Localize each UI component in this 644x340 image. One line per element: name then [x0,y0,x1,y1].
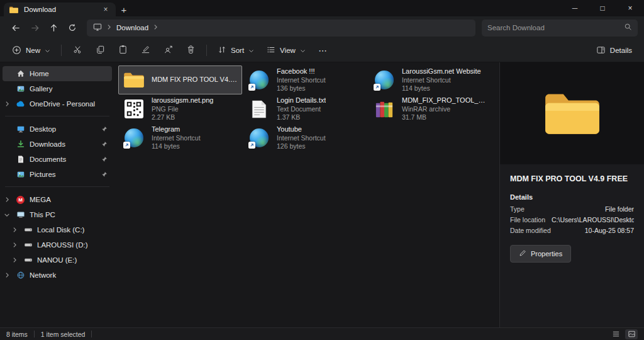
details-toggle-label: Details [610,47,632,54]
item-count: 8 items [6,331,28,338]
chevron-right-icon[interactable] [3,101,11,107]
delete-button[interactable] [180,42,201,59]
chevron-down-icon[interactable] [3,213,11,217]
onedrive-icon [15,101,26,107]
sidebar-item-label: OneDrive - Personal [30,100,112,108]
sidebar-item-this-pc[interactable]: This PC [3,207,112,222]
details-row-value: C:\Users\LAROUSSI\Desktop\... [552,216,634,224]
new-button[interactable]: New [6,42,56,59]
sidebar-item-label: Local Disk (C:) [37,226,112,234]
breadcrumb-item[interactable]: Download [116,24,148,31]
share-icon [164,45,173,56]
sidebar-item-local-disk-c[interactable]: Local Disk (C:) [3,222,112,237]
status-separator [91,331,92,337]
file-size: 114 bytes [402,84,481,93]
toolbar-separator [61,45,62,56]
chevron-right-icon [107,23,111,32]
chevron-right-icon[interactable] [3,196,11,203]
drive-icon [23,256,33,264]
chevron-down-icon [300,47,306,54]
back-button[interactable] [6,19,25,37]
file-tile-mdm-fix-pro-tool-v4-9-7z[interactable]: MDM_FIX_PRO_TOOL_V4.9.7zWinRAR archive31… [369,94,492,123]
rename-icon [141,45,150,56]
properties-button[interactable]: Properties [510,245,571,263]
rename-button[interactable] [135,42,156,59]
thumbnail-view-icon[interactable] [625,329,638,339]
desktop-icon [15,125,26,133]
minimize-button[interactable]: ─ [561,0,589,16]
ellipsis-icon: ⋯ [318,45,328,55]
search-box[interactable] [482,20,638,37]
chevron-right-icon[interactable] [10,227,19,233]
file-tile-youtube[interactable]: YoutubeInternet Shortcut126 bytes [243,123,367,152]
copy-button[interactable] [89,42,111,59]
file-tile-text: YoutubeInternet Shortcut126 bytes [277,125,326,150]
cut-button[interactable] [67,42,88,59]
sidebar-item-laroussi-d[interactable]: LAROUSSI (D:) [3,237,112,252]
chevron-down-icon [45,47,50,54]
share-button[interactable] [157,42,179,59]
details-rows: TypeFile folderFile locationC:\Users\LAR… [500,204,644,236]
file-tile-telegram[interactable]: TelegramInternet Shortcut114 bytes [118,123,242,152]
file-tile-laroussigsm-net-website[interactable]: LaroussiGsm.net WebsiteInternet Shortcut… [369,65,492,94]
chevron-right-icon[interactable] [10,257,19,263]
new-tab-button[interactable]: + [116,3,132,16]
close-button[interactable]: × [616,0,644,16]
file-tile-laroussigsm-net-png[interactable]: laroussigsm.net.pngPNG File2.27 KB [118,94,242,123]
refresh-button[interactable] [63,19,82,37]
sort-button[interactable]: Sort [212,42,260,59]
edge-icon [122,128,146,147]
paste-button[interactable] [112,42,133,59]
folder-icon [9,6,19,14]
file-list-area[interactable]: MDM FIX PRO TOOL V4.9 FREEFacebook !!!In… [114,62,499,327]
file-tile-mdm-fix-pro-tool-v4-9-free[interactable]: MDM FIX PRO TOOL V4.9 FREE [118,65,242,94]
file-name: MDM_FIX_PRO_TOOL_V4.9.7z [402,96,489,105]
sidebar-item-gallery[interactable]: Gallery [3,81,112,96]
qr-icon [122,99,146,118]
file-tile-text: MDM_FIX_PRO_TOOL_V4.9.7zWinRAR archive31… [402,96,489,121]
more-options-button[interactable]: ⋯ [313,42,334,59]
file-size: 31.7 MB [402,113,489,122]
maximize-button[interactable]: □ [589,0,616,16]
view-button-label: View [280,47,296,54]
chevron-right-icon[interactable] [3,272,11,278]
pin-icon [101,156,108,162]
chevron-right-icon[interactable] [10,242,19,248]
sidebar-item-label: Network [30,271,112,279]
sidebar-item-downloads[interactable]: Downloads [3,137,112,152]
view-button[interactable]: View [261,42,311,59]
sidebar-item-mega[interactable]: MMEGA [3,192,112,207]
search-input[interactable] [487,24,620,31]
file-tile-facebook[interactable]: Facebook !!!Internet Shortcut136 bytes [243,65,367,94]
sidebar-item-home[interactable]: Home [3,66,112,81]
sidebar-item-label: NANOU (E:) [37,256,112,264]
sidebar-item-onedrive-personal[interactable]: OneDrive - Personal [3,96,112,111]
chevron-down-icon [248,47,254,54]
pictures-icon [15,170,26,179]
file-tile-login-details-txt[interactable]: Login Details.txtText Document1.37 KB [243,94,367,123]
selected-item-title: MDM FIX PRO TOOL V4.9 FREE [500,164,644,190]
address-bar[interactable]: Download [87,20,475,37]
file-name: Login Details.txt [277,96,326,105]
navigation-bar: Download [0,16,644,39]
new-button-label: New [26,47,40,54]
up-button[interactable] [44,19,63,37]
copy-icon [96,45,105,56]
tab-close-icon[interactable]: × [101,4,111,14]
sidebar-item-desktop[interactable]: Desktop [3,122,112,137]
details-toggle-button[interactable]: Details [591,42,638,59]
list-view-icon[interactable] [609,329,622,339]
file-size: 126 bytes [277,142,326,150]
selection-count: 1 item selected [41,331,86,338]
details-row-label: File location [510,216,545,224]
file-type: Internet Shortcut [402,76,481,84]
explorer-tab[interactable]: Download × [4,3,116,16]
sidebar-item-documents[interactable]: Documents [3,152,112,167]
sidebar-item-label: MEGA [30,196,112,203]
sidebar-item-network[interactable]: Network [3,268,112,283]
file-type: PNG File [152,105,213,113]
sidebar-item-pictures[interactable]: Pictures [3,167,112,182]
sidebar-item-nanou-e[interactable]: NANOU (E:) [3,252,112,268]
sort-icon [218,45,226,55]
forward-button[interactable] [25,19,44,37]
